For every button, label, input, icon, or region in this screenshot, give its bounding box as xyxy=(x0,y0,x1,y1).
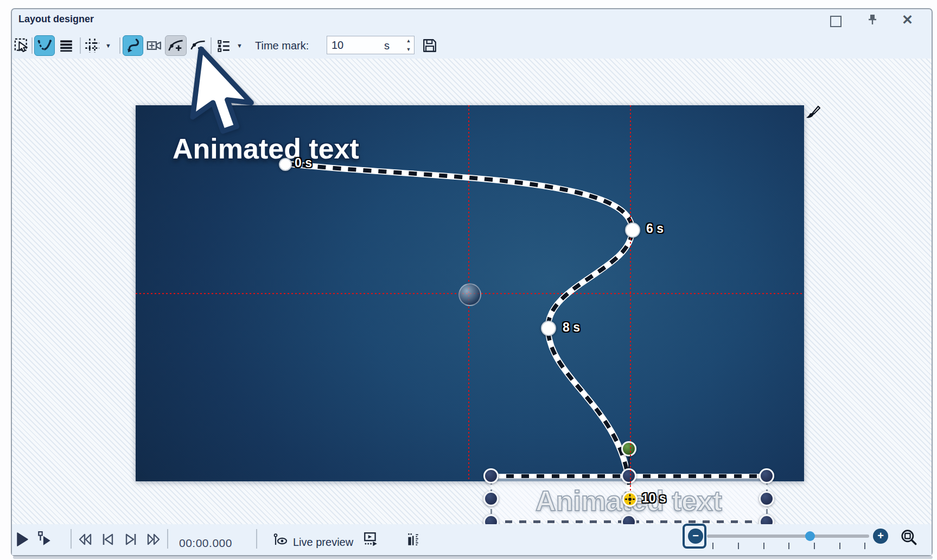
keypoint-label-0s: 0 s xyxy=(295,156,312,170)
zoom-tick xyxy=(788,543,789,549)
save-layout-button[interactable] xyxy=(420,35,439,56)
selection-handle[interactable] xyxy=(759,468,774,483)
go-to-end-button[interactable] xyxy=(145,532,162,546)
time-mark-spinner: ▲ ▼ xyxy=(403,37,414,54)
close-icon[interactable]: ✕ xyxy=(902,13,913,27)
live-preview-label: Live preview xyxy=(293,536,353,549)
zoom-tick xyxy=(864,543,865,549)
next-icon xyxy=(123,532,139,546)
spinner-up-icon[interactable]: ▲ xyxy=(403,37,414,46)
toggle-panel-button[interactable] xyxy=(406,532,420,547)
previous-keypoint-button[interactable] xyxy=(100,532,116,546)
transport-separator xyxy=(71,529,72,549)
pin-icon[interactable] xyxy=(866,13,879,26)
time-mark-field-group: s ▲ ▼ xyxy=(327,36,416,55)
paintbrush-icon xyxy=(803,104,821,123)
keypoint-label-10s: 10 s xyxy=(642,491,666,506)
preview-window-button[interactable] xyxy=(362,531,379,548)
save-floppy-icon xyxy=(422,38,437,53)
zoom-tick xyxy=(738,543,739,549)
next-keypoint-button[interactable] xyxy=(123,532,139,546)
toolbar-separator xyxy=(80,37,81,54)
select-cursor-icon xyxy=(14,37,30,54)
toolbar-separator xyxy=(211,37,212,54)
keypoint-marker-10s[interactable] xyxy=(622,492,638,507)
path-check-icon xyxy=(36,37,53,54)
transport-separator xyxy=(256,529,257,549)
keypoint-label-6s: 6 s xyxy=(646,221,664,236)
maximize-icon[interactable] xyxy=(830,16,842,27)
grid-tool-button[interactable] xyxy=(82,35,102,56)
live-preview-icon[interactable] xyxy=(272,533,289,547)
object-list-button[interactable] xyxy=(214,35,233,56)
zoom-in-icon[interactable]: + xyxy=(873,529,888,544)
zoom-tick xyxy=(839,543,840,549)
add-keypoint-icon xyxy=(167,37,184,54)
toolbar-separator xyxy=(119,37,120,54)
transport-separator xyxy=(167,529,168,549)
rewind-icon xyxy=(77,532,93,546)
align-layers-button[interactable] xyxy=(56,35,76,56)
smooth-curve-tool-button[interactable] xyxy=(123,35,143,56)
remove-keypoint-icon xyxy=(189,37,207,54)
rotation-handle[interactable] xyxy=(621,441,636,456)
selection-handle[interactable] xyxy=(621,468,636,483)
play-from-marker-icon xyxy=(37,531,52,547)
play-from-marker-button[interactable] xyxy=(37,531,52,547)
animated-text-object[interactable]: Animated text xyxy=(173,132,359,165)
time-mark-label: Time mark: xyxy=(255,40,309,52)
toolbar-separator xyxy=(31,37,33,54)
canvas-center-point xyxy=(458,283,481,306)
time-mark-input[interactable] xyxy=(327,36,415,54)
zoom-tick xyxy=(814,543,815,549)
previous-icon xyxy=(100,532,116,546)
grid-dropdown-icon[interactable]: ▼ xyxy=(105,42,111,49)
select-tool-button[interactable] xyxy=(12,35,31,56)
go-to-start-button[interactable] xyxy=(77,532,93,546)
pan-camera-button[interactable] xyxy=(144,35,165,56)
grid-icon xyxy=(84,37,100,54)
preview-window-icon xyxy=(362,531,379,548)
zoom-fit-icon[interactable] xyxy=(900,529,919,548)
stats-panel-icon xyxy=(406,532,420,547)
time-mark-unit: s xyxy=(384,40,390,52)
object-list-dropdown-icon[interactable]: ▼ xyxy=(237,42,243,49)
fast-forward-icon xyxy=(145,532,162,546)
object-list-icon xyxy=(216,38,231,53)
s-curve-icon xyxy=(125,37,141,54)
window-title: Layout designer xyxy=(18,14,94,25)
spinner-down-icon[interactable]: ▼ xyxy=(403,46,414,54)
zoom-out-icon[interactable]: − xyxy=(688,529,703,544)
zoom-tick xyxy=(763,543,764,549)
play-icon xyxy=(15,532,29,547)
zoom-slider-thumb[interactable] xyxy=(805,531,815,541)
keypoint-marker-0s[interactable] xyxy=(279,158,292,171)
selection-handle[interactable] xyxy=(759,491,774,506)
keypoint-marker-6s[interactable] xyxy=(625,222,640,238)
zoom-tick xyxy=(712,543,713,549)
show-path-tool-button[interactable] xyxy=(34,35,55,56)
zoom-slider-track[interactable] xyxy=(707,534,869,538)
selection-handle[interactable] xyxy=(483,491,499,506)
keypoint-label-8s: 8 s xyxy=(563,320,580,335)
layout-designer-window: Layout designer ✕ ▼ xyxy=(0,0,937,560)
remove-keypoint-button[interactable] xyxy=(188,35,208,56)
add-keypoint-button[interactable] xyxy=(165,35,187,56)
selection-handle[interactable] xyxy=(483,468,499,483)
time-display: 00:00.000 xyxy=(179,537,239,550)
play-button[interactable] xyxy=(15,532,29,547)
keypoint-crosshair-icon xyxy=(624,493,636,505)
camera-pan-icon xyxy=(146,37,163,54)
keypoint-marker-8s[interactable] xyxy=(541,321,556,336)
stacked-bars-icon xyxy=(59,38,74,53)
